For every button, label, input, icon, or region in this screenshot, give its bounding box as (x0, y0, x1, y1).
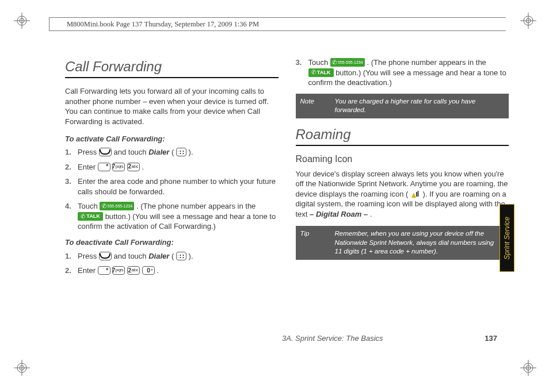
step: Press and touch Dialer ( ). (75, 147, 279, 157)
dialer-icon (176, 148, 186, 156)
step: Touch 555-555-1234 . (The phone number a… (75, 201, 279, 232)
key-7-icon: 7pqrs (112, 163, 125, 171)
note-tag: Note (296, 94, 335, 118)
crop-mark-icon (520, 13, 536, 29)
note-body: You are charged a higher rate for calls … (335, 94, 509, 118)
key-star-icon: * (98, 163, 110, 171)
footer-page-number: 137 (485, 334, 497, 343)
roaming-body: Your device's display screen always lets… (296, 169, 509, 220)
step: Enter * 7pqrs 2abc . (75, 162, 279, 172)
talk-button-icon: TALK (308, 68, 334, 77)
tip-tag: Tip (296, 226, 335, 260)
step: Enter the area code and phone number to … (75, 176, 279, 197)
roaming-icon (410, 190, 421, 198)
tip-body: Remember, when you are using your device… (335, 226, 509, 260)
cf-activate-steps: Press and touch Dialer ( ). Enter * 7pqr… (65, 147, 279, 232)
key-0-icon: 0+ (142, 266, 155, 275)
doc-header-frame: M800Mini.book Page 137 Thursday, Septemb… (49, 17, 506, 32)
section-side-tab: Sprint Service (500, 204, 514, 272)
home-key-icon (99, 252, 112, 260)
page-footer: 3A. Sprint Service: The Basics 137 (282, 334, 497, 343)
crop-mark-icon (14, 360, 30, 376)
dialer-icon (176, 252, 186, 260)
left-column: Call Forwarding Call Forwarding lets you… (65, 57, 279, 282)
svg-marker-16 (411, 193, 416, 198)
heading-call-forwarding: Call Forwarding (65, 57, 279, 78)
key-2-icon: 2abc (127, 266, 140, 275)
svg-rect-17 (416, 192, 417, 197)
cf-activate-head: To activate Call Forwarding: (65, 134, 279, 144)
talk-button-icon: TALK (78, 212, 103, 221)
crop-mark-icon (520, 360, 536, 376)
cf-deactivate-steps-cont: Touch 555-555-1234 . (The phone number a… (296, 57, 509, 88)
call-bar-icon: 555-555-1234 (100, 202, 134, 210)
step: Enter * 7pqrs 2abc 0+ . (75, 266, 279, 276)
call-bar-icon: 555-555-1234 (330, 58, 365, 67)
cf-deactivate-head: To deactivate Call Forwarding: (65, 237, 279, 248)
doc-header-stamp: M800Mini.book Page 137 Thursday, Septemb… (49, 17, 506, 31)
dialer-label: Dialer (148, 148, 169, 156)
key-7-icon: 7pqrs (112, 266, 125, 275)
cf-deactivate-steps: Press and touch Dialer ( ). Enter * 7pqr… (65, 251, 279, 276)
heading-roaming: Roaming (296, 125, 509, 146)
footer-section: 3A. Sprint Service: The Basics (282, 334, 383, 343)
step: Press and touch Dialer ( ). (75, 251, 279, 262)
dialer-label: Dialer (148, 252, 169, 260)
key-2-icon: 2abc (127, 163, 140, 171)
home-key-icon (99, 148, 112, 156)
tip-callout: Tip Remember, when you are using your de… (296, 226, 509, 260)
heading-roaming-icon: Roaming Icon (296, 153, 509, 166)
key-star-icon: * (98, 266, 110, 275)
step: Touch 555-555-1234 . (The phone number a… (306, 57, 509, 88)
note-callout: Note You are charged a higher rate for c… (296, 94, 509, 118)
cf-intro: Call Forwarding lets you forward all of … (65, 86, 279, 126)
right-column: Touch 555-555-1234 . (The phone number a… (296, 57, 509, 282)
svg-rect-18 (417, 191, 418, 197)
crop-mark-icon (14, 13, 30, 29)
